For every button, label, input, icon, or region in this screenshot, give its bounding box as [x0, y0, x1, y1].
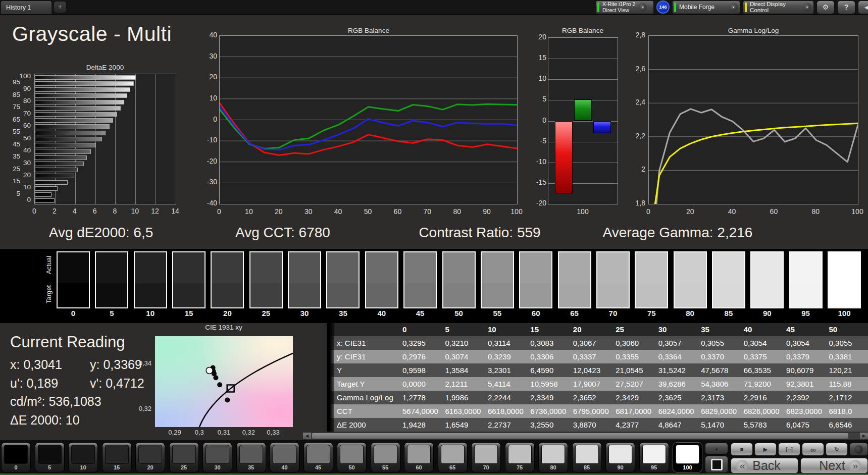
patch-button-75[interactable]: 75	[505, 442, 535, 472]
swatch-actual	[173, 252, 205, 283]
scrollbar-thumb[interactable]	[312, 433, 848, 439]
continuous-button[interactable]: ∞	[802, 443, 824, 456]
swatch-actual	[96, 252, 127, 283]
next-button[interactable]: Next »	[800, 458, 868, 473]
patch-button-20[interactable]: 20	[135, 442, 165, 472]
settings-button[interactable]: ⚙	[816, 1, 835, 14]
patch-button-5[interactable]: 5	[35, 442, 65, 472]
axis-tick-label: 50	[8, 134, 32, 142]
patch-button-45[interactable]: 45	[303, 442, 333, 472]
grayscale-swatch	[635, 251, 668, 308]
patch-color	[4, 445, 28, 464]
table-cell: 6163,0000	[441, 404, 484, 418]
deltae-bar	[35, 112, 117, 117]
patch-up-button[interactable]: ▲	[705, 443, 728, 454]
patch-button-70[interactable]: 70	[471, 442, 501, 472]
swatch-actual	[597, 252, 629, 283]
patch-button-15[interactable]: 15	[102, 442, 132, 472]
swatch-target	[829, 283, 860, 307]
axis-tick-label: 0	[24, 207, 44, 215]
patch-button-100[interactable]: 100	[673, 442, 702, 472]
patch-button-65[interactable]: 65	[438, 442, 468, 472]
patch-button-0[interactable]: 0	[1, 442, 31, 472]
table-row-label: Target Y	[327, 377, 399, 391]
table-cell: 31,5242	[655, 363, 697, 377]
patch-button-90[interactable]: 90	[605, 442, 635, 472]
swatch-level-label: 20	[214, 309, 240, 318]
patch-button-80[interactable]: 80	[538, 442, 568, 472]
patch-button-55[interactable]: 55	[371, 442, 400, 472]
patch-button-30[interactable]: 30	[202, 442, 232, 472]
table-cell: 90,6079	[783, 363, 825, 377]
table-scrollbar[interactable]: ◀ ▶	[303, 433, 868, 439]
swatch-level-label: 55	[484, 309, 510, 318]
status-led-button[interactable]	[849, 443, 868, 456]
history-tab[interactable]: History 1	[1, 1, 52, 14]
help-button[interactable]: ?	[837, 1, 855, 14]
table-cell: 0,0000	[399, 377, 441, 391]
table-cell: 120,21	[826, 363, 868, 377]
patch-button-label: 40	[270, 464, 299, 470]
axis-tick-label: -5	[523, 137, 546, 145]
patch-button-35[interactable]: 35	[236, 442, 266, 472]
patch-button-40[interactable]: 40	[270, 442, 299, 472]
table-cell: 6823,0000	[783, 404, 825, 418]
scroll-left-icon: ◀	[305, 434, 309, 438]
patch-button-60[interactable]: 60	[404, 442, 434, 472]
grayscale-swatch	[249, 251, 283, 308]
collapse-panel-button[interactable]: ◀	[858, 1, 868, 14]
reading-y: y: 0,3369	[90, 357, 142, 372]
table-cell: 17,9007	[570, 377, 612, 391]
table-cell: 0,3054	[783, 336, 825, 350]
source-selector[interactable]: Mobile Forge ▼	[672, 1, 740, 14]
table-cell: 0,2976	[399, 350, 441, 363]
swatch-target	[675, 283, 706, 307]
swatch-level-label: 95	[793, 309, 819, 318]
patch-color	[676, 445, 699, 464]
patch-button-85[interactable]: 85	[572, 442, 602, 472]
scroll-right-icon: ▶	[862, 434, 865, 438]
grayscale-swatch	[750, 251, 784, 308]
grayscale-swatch	[558, 251, 591, 308]
measurement-table[interactable]: 05101520253035404550x: CIE310,32950,3210…	[327, 323, 868, 432]
refresh-button[interactable]: ↻	[826, 443, 848, 456]
measurement-count-badge[interactable]: 146	[656, 1, 670, 14]
swatch-actual	[559, 252, 590, 283]
add-history-button[interactable]: +	[54, 2, 66, 13]
stop-button[interactable]: ■	[731, 443, 753, 456]
back-button[interactable]: « Back	[731, 458, 798, 473]
gridline	[548, 79, 618, 80]
table-cell: 47,5678	[697, 363, 740, 377]
swatch-target	[289, 283, 320, 307]
axis-tick-label: 80	[805, 207, 826, 216]
meter-selector[interactable]: X-Rite i1Pro 2 Direct View ▼	[595, 1, 654, 14]
table-cell: 6795,0000	[570, 404, 612, 418]
table-cell: 12,0423	[570, 363, 612, 377]
table-cell: 0,3083	[527, 336, 569, 350]
scroll-right-button[interactable]: ▶	[860, 433, 868, 439]
stop-icon: ■	[740, 446, 744, 452]
patch-button-95[interactable]: 95	[639, 442, 669, 472]
scroll-left-button[interactable]: ◀	[303, 433, 311, 439]
axis-tick-label: 0,33	[263, 429, 283, 436]
patch-button-25[interactable]: 25	[169, 442, 199, 472]
table-cell: 0,3337	[570, 350, 612, 363]
swatch-actual	[404, 252, 436, 283]
table-cell: 1,3584	[441, 363, 484, 377]
grayscale-swatch	[326, 251, 360, 308]
table-cell: 4,8647	[655, 418, 697, 432]
axis-tick-label: 90	[477, 207, 497, 216]
play-button[interactable]: ▶	[754, 443, 777, 456]
grayscale-swatch	[95, 251, 128, 308]
patch-window-button[interactable]	[705, 456, 728, 473]
chevron-down-icon: ▼	[729, 3, 738, 12]
patch-button-10[interactable]: 10	[68, 442, 98, 472]
swatch-actual	[520, 252, 551, 283]
table-row: x: CIE310,32950,32100,31140,30830,30670,…	[327, 336, 868, 350]
table-row: ΔE 20001,94281,65492,27373,25503,88704,2…	[327, 418, 868, 432]
patch-button-50[interactable]: 50	[337, 442, 367, 472]
workflow-selector[interactable]: Direct Display Control ▼	[743, 1, 814, 14]
table-cell: 71,9200	[740, 377, 783, 391]
measure-button[interactable]: [··]	[778, 443, 800, 456]
cie-1931-chart	[155, 336, 293, 427]
